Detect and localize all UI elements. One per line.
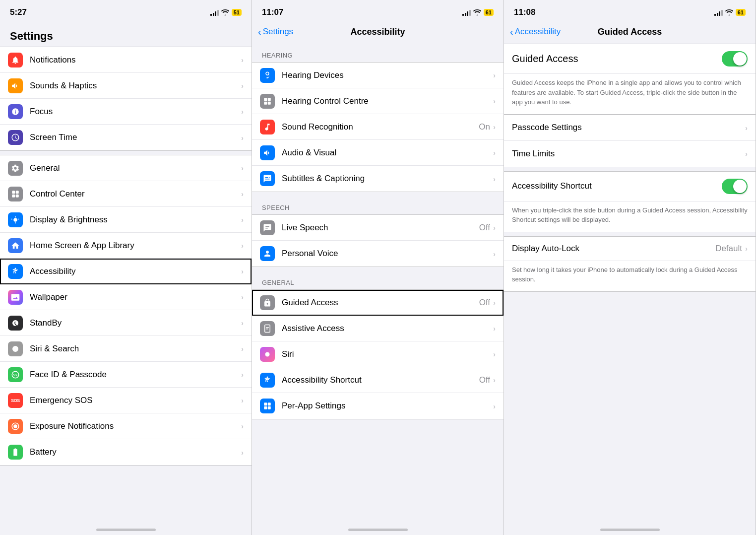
display-autolock-desc: Set how long it takes your iPhone to aut… bbox=[504, 261, 756, 292]
settings-list[interactable]: Notifications › Sounds & Haptics › Focus… bbox=[0, 47, 252, 524]
row-face-id[interactable]: Face ID & Passcode › bbox=[0, 362, 252, 388]
standby-icon bbox=[8, 316, 23, 331]
wifi-icon-2 bbox=[473, 9, 481, 15]
row-wallpaper[interactable]: Wallpaper › bbox=[0, 284, 252, 310]
acc-shortcut-row[interactable]: Accessibility Shortcut bbox=[504, 172, 756, 201]
focus-chevron: › bbox=[241, 107, 244, 116]
back-button-2[interactable]: ‹ Settings bbox=[258, 27, 293, 37]
row-home-screen[interactable]: Home Screen & App Library › bbox=[0, 233, 252, 259]
row-display[interactable]: Display & Brightness › bbox=[0, 207, 252, 233]
row-hearing-devices[interactable]: Hearing Devices › bbox=[252, 63, 504, 88]
general-group: Guided Access Off › Assistive Access › S… bbox=[252, 289, 504, 419]
sounds-label: Sounds & Haptics bbox=[30, 81, 241, 91]
general-label: General bbox=[30, 163, 241, 173]
row-siri-acc[interactable]: Siri › bbox=[252, 341, 504, 367]
accessibility-shortcut-toggle[interactable] bbox=[722, 179, 748, 194]
battery-label: Battery bbox=[30, 447, 241, 457]
back-button-3[interactable]: ‹ Accessibility bbox=[510, 27, 561, 37]
row-emergency-sos[interactable]: SOS Emergency SOS › bbox=[0, 388, 252, 413]
general-icon bbox=[8, 161, 23, 176]
hearing-header: HEARING bbox=[252, 44, 504, 62]
row-subtitles[interactable]: Subtitles & Captioning › bbox=[252, 166, 504, 192]
row-time-limits[interactable]: Time Limits › bbox=[504, 141, 756, 167]
guided-access-desc: Guided Access keeps the iPhone in a sing… bbox=[504, 74, 756, 114]
row-focus[interactable]: Focus › bbox=[0, 99, 252, 125]
display-autolock-chevron: › bbox=[745, 244, 748, 253]
row-sound-recognition[interactable]: Sound Recognition On › bbox=[252, 114, 504, 140]
screen-time-icon bbox=[8, 130, 23, 145]
row-siri[interactable]: Siri & Search › bbox=[0, 336, 252, 362]
acc-shortcut-icon bbox=[260, 373, 275, 388]
display-autolock-row[interactable]: Display Auto-Lock Default › bbox=[504, 236, 756, 261]
row-standby[interactable]: StandBy › bbox=[0, 310, 252, 336]
row-notifications[interactable]: Notifications › bbox=[0, 47, 252, 73]
back-chevron-3: ‹ bbox=[510, 27, 513, 37]
wallpaper-label: Wallpaper bbox=[30, 292, 241, 302]
live-speech-chevron: › bbox=[493, 223, 496, 232]
live-speech-icon bbox=[260, 220, 275, 235]
accessibility-list[interactable]: HEARING Hearing Devices › Hearing Contro… bbox=[252, 44, 504, 524]
status-bar-2: 11:07 61 bbox=[252, 0, 504, 22]
live-speech-label: Live Speech bbox=[282, 223, 479, 233]
face-id-label: Face ID & Passcode bbox=[30, 370, 241, 380]
siri-label: Siri & Search bbox=[30, 344, 241, 354]
per-app-chevron: › bbox=[493, 402, 496, 410]
svg-rect-0 bbox=[12, 191, 15, 194]
time-limits-label: Time Limits bbox=[512, 149, 745, 159]
hearing-devices-chevron: › bbox=[493, 71, 496, 79]
home-screen-icon bbox=[8, 238, 23, 253]
status-icons-3: 61 bbox=[714, 9, 746, 16]
time-limits-chevron: › bbox=[745, 149, 748, 158]
acc-shortcut-card-desc: When you triple-click the side button du… bbox=[504, 201, 756, 232]
row-audio-visual[interactable]: Audio & Visual › bbox=[252, 140, 504, 166]
row-sounds[interactable]: Sounds & Haptics › bbox=[0, 73, 252, 99]
row-live-speech[interactable]: Live Speech Off › bbox=[252, 215, 504, 241]
row-assistive-access[interactable]: Assistive Access › bbox=[252, 316, 504, 341]
svg-rect-16 bbox=[264, 402, 267, 405]
row-screen-time[interactable]: Screen Time › bbox=[0, 125, 252, 150]
row-accessibility[interactable]: Accessibility › bbox=[0, 259, 252, 284]
row-guided-access[interactable]: Guided Access Off › bbox=[252, 290, 504, 316]
panel-settings: 5:27 51 Settings Notifications › bbox=[0, 0, 252, 535]
home-indicator-2 bbox=[252, 524, 504, 535]
row-exposure[interactable]: Exposure Notifications › bbox=[0, 413, 252, 439]
svg-rect-12 bbox=[266, 327, 269, 328]
display-autolock-label: Display Auto-Lock bbox=[512, 244, 715, 254]
display-icon bbox=[8, 212, 23, 227]
svg-rect-1 bbox=[16, 191, 19, 194]
subtitles-label: Subtitles & Captioning bbox=[282, 174, 493, 184]
svg-rect-9 bbox=[264, 101, 267, 104]
row-battery[interactable]: Battery › bbox=[0, 439, 252, 465]
svg-rect-8 bbox=[268, 98, 271, 101]
notifications-icon bbox=[8, 53, 23, 67]
assistive-access-icon bbox=[260, 321, 275, 336]
toggle-thumb-2 bbox=[733, 180, 747, 193]
svg-point-6 bbox=[13, 424, 17, 428]
svg-rect-17 bbox=[268, 402, 271, 405]
acc-shortcut-card-label: Accessibility Shortcut bbox=[512, 181, 722, 191]
guided-access-main-row[interactable]: Guided Access bbox=[504, 44, 756, 74]
passcode-settings-chevron: › bbox=[745, 124, 748, 132]
svg-rect-10 bbox=[268, 101, 271, 104]
row-control-center[interactable]: Control Center › bbox=[0, 181, 252, 207]
row-hearing-control[interactable]: Hearing Control Centre › bbox=[252, 88, 504, 114]
guided-access-toggle[interactable] bbox=[722, 51, 748, 67]
home-bar-3 bbox=[600, 529, 660, 531]
svg-rect-13 bbox=[266, 329, 268, 330]
svg-rect-2 bbox=[12, 194, 15, 197]
guided-access-list[interactable]: Guided Access Guided Access keeps the iP… bbox=[504, 44, 756, 524]
speech-header: SPEECH bbox=[252, 196, 504, 214]
row-personal-voice[interactable]: Personal Voice › bbox=[252, 241, 504, 267]
sound-recognition-chevron: › bbox=[493, 123, 496, 131]
audio-visual-chevron: › bbox=[493, 148, 496, 157]
row-passcode-settings[interactable]: Passcode Settings › bbox=[504, 115, 756, 141]
svg-point-4 bbox=[15, 268, 16, 269]
row-general[interactable]: General › bbox=[0, 155, 252, 181]
nav-header-3: ‹ Accessibility Guided Access bbox=[504, 22, 756, 44]
row-per-app[interactable]: Per-App Settings › bbox=[252, 393, 504, 419]
row-acc-shortcut[interactable]: Accessibility Shortcut Off › bbox=[252, 367, 504, 393]
accessibility-label: Accessibility bbox=[30, 267, 241, 276]
accessibility-chevron: › bbox=[241, 267, 244, 275]
guided-access-icon bbox=[260, 295, 275, 310]
emergency-sos-icon: SOS bbox=[8, 393, 23, 408]
